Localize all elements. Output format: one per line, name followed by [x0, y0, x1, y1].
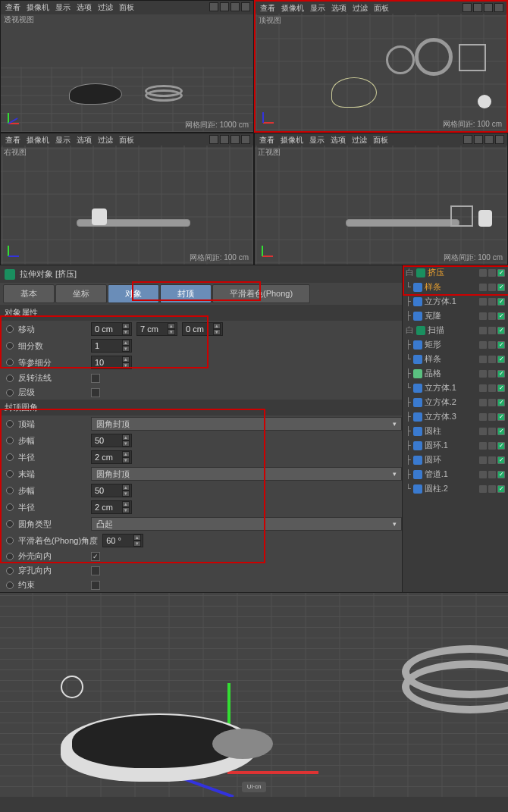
viewport-top[interactable]: 查看摄像机显示选项过滤面板 顶视图 网格间距: 100 cm [254, 0, 508, 133]
object-row[interactable]: └立方体.1✓ [403, 381, 508, 395]
cube-icon [413, 412, 422, 422]
object-row[interactable]: 白挤压✓ [403, 265, 508, 280]
object-name: 样条 [425, 281, 477, 293]
viewport-perspective[interactable]: 查看摄像机显示选项过滤面板 透视视图 网格间距: 1000 cm [0, 0, 254, 133]
phong-input[interactable]: ▴▾ [102, 534, 143, 547]
viewport-controls[interactable] [463, 135, 504, 144]
step1-input[interactable]: ▴▾ [91, 434, 132, 447]
grid-info: 网格间距: 100 cm [444, 252, 503, 263]
viewport-grid: 查看摄像机显示选项过滤面板 透视视图 网格间距: 1000 cm 查看摄像机显示… [0, 0, 508, 265]
object-name: 圆柱.2 [425, 483, 477, 494]
end-cap-dropdown[interactable]: 圆角封顶 [91, 467, 402, 481]
iso-input[interactable]: ▴▾ [91, 356, 132, 369]
move-z[interactable]: ▴▾ [182, 322, 223, 336]
object-row[interactable]: ├圆柱✓ [403, 424, 508, 438]
viewport-right[interactable]: 查看摄像机显示选项过滤面板 右视图 网格间距: 100 cm [0, 133, 254, 265]
object-row[interactable]: ├圆环.1✓ [403, 438, 508, 453]
object-row[interactable]: ├立方体.3✓ [403, 409, 508, 424]
cube-icon [413, 297, 422, 306]
section-object-props: 对象属性 [0, 305, 402, 321]
viewport-front[interactable]: 查看摄像机显示选项过滤面板 正视图 网格间距: 100 cm [254, 133, 508, 265]
prop-move: 移动 ▴▾ ▴▾ ▴▾ [0, 321, 402, 337]
rad1-input[interactable]: ▴▾ [91, 450, 132, 464]
object-name: 圆柱 [425, 425, 477, 437]
spline-icon [413, 355, 422, 364]
object-row[interactable]: ├立方体.2✓ [403, 395, 508, 409]
prop-hierarchy: 层级 [0, 385, 402, 400]
object-name: 晶格 [425, 368, 477, 379]
cyl-icon [413, 427, 422, 436]
tab-object[interactable]: 对象 [108, 284, 159, 303]
tab-basic[interactable]: 基本 [3, 284, 55, 303]
move-y[interactable]: ▴▾ [136, 322, 177, 336]
object-name: 圆环.1 [425, 440, 477, 451]
step2-input[interactable]: ▴▾ [91, 484, 132, 497]
object-name: 样条 [425, 353, 477, 365]
hull-checkbox[interactable]: ✓ [91, 552, 100, 561]
radio-icon[interactable] [6, 375, 14, 382]
gizmo-z-axis[interactable] [183, 777, 234, 797]
object-name: 矩形 [425, 339, 477, 350]
object-row[interactable]: └样条✓ [403, 280, 508, 294]
viewport-controls[interactable] [209, 2, 250, 11]
watermark: UI·cn [242, 782, 266, 792]
top-cap-dropdown[interactable]: 圆角封顶 [91, 417, 402, 431]
object-row[interactable]: ├克隆✓ [403, 309, 508, 323]
cube-icon [413, 384, 422, 393]
object-row[interactable]: ├晶格✓ [403, 366, 508, 381]
section-cap: 封顶圆角 [0, 400, 402, 415]
tab-phong[interactable]: 平滑着色(Phong) [212, 284, 310, 303]
grid-info: 网格间距: 100 cm [443, 119, 502, 130]
extrude-icon [416, 268, 425, 277]
object-name: 立方体.1 [425, 382, 477, 393]
lattice-icon [413, 369, 422, 378]
object-name: 扫描 [428, 324, 477, 336]
torus-icon [413, 441, 422, 450]
attribute-header: 拉伸对象 [挤压] [0, 265, 402, 283]
hole-checkbox[interactable] [91, 566, 100, 575]
tab-cap[interactable]: 封顶 [160, 284, 212, 303]
spline-icon [413, 283, 422, 292]
radio-icon[interactable] [6, 359, 14, 366]
viewport-title: 顶视图 [259, 15, 281, 26]
flip-checkbox[interactable] [91, 374, 100, 383]
object-name: 克隆 [425, 310, 477, 321]
constrain-checkbox[interactable] [91, 581, 100, 590]
grid-info: 网格间距: 100 cm [190, 252, 249, 263]
object-row[interactable]: └样条✓ [403, 352, 508, 366]
axis-widget [5, 242, 24, 260]
radio-icon[interactable] [6, 389, 14, 397]
radio-icon[interactable] [6, 342, 14, 350]
cube-icon [413, 398, 422, 407]
object-row[interactable]: └圆柱.2✓ [403, 481, 508, 496]
radio-icon[interactable] [6, 325, 14, 333]
object-row[interactable]: ├矩形✓ [403, 337, 508, 352]
rad2-input[interactable]: ▴▾ [91, 500, 132, 514]
object-name: 挤压 [428, 267, 477, 278]
hierarchy-checkbox[interactable] [91, 388, 100, 397]
object-name: 管道.1 [425, 469, 477, 480]
gizmo-x-axis[interactable] [227, 771, 318, 774]
tab-coord[interactable]: 坐标 [55, 284, 107, 303]
object-row[interactable]: ├圆环✓ [403, 453, 508, 467]
viewport-controls[interactable] [463, 3, 503, 12]
object-name: 立方体.2 [425, 397, 477, 408]
prop-subdiv: 细分数 ▴▾ [0, 337, 402, 354]
subdiv-input[interactable]: ▴▾ [91, 339, 132, 353]
fillet-type-dropdown[interactable]: 凸起 [91, 517, 402, 531]
object-manager[interactable]: 白挤压✓ └样条✓ ├立方体.1✓ ├克隆✓ 白扫描✓ ├矩形✓ └样条✓ ├晶… [402, 265, 508, 592]
viewport-controls[interactable] [209, 135, 250, 144]
attribute-tabs: 基本 坐标 对象 封顶 平滑着色(Phong) [0, 283, 402, 305]
viewport-large[interactable]: UI·cn [0, 592, 508, 797]
extrude-icon [5, 269, 15, 280]
object-row[interactable]: 白扫描✓ [403, 323, 508, 337]
move-x[interactable]: ▴▾ [91, 322, 132, 336]
prop-iso: 等参细分 ▴▾ [0, 354, 402, 371]
object-name: 立方体.3 [425, 411, 477, 422]
attribute-panel: 拉伸对象 [挤压] 基本 坐标 对象 封顶 平滑着色(Phong) 对象属性 移… [0, 265, 402, 592]
object-name: 立方体.1 [425, 296, 477, 307]
cyl-icon [413, 484, 422, 494]
object-row[interactable]: ├管道.1✓ [403, 467, 508, 481]
object-row[interactable]: ├立方体.1✓ [403, 294, 508, 309]
spline-icon [413, 340, 422, 350]
